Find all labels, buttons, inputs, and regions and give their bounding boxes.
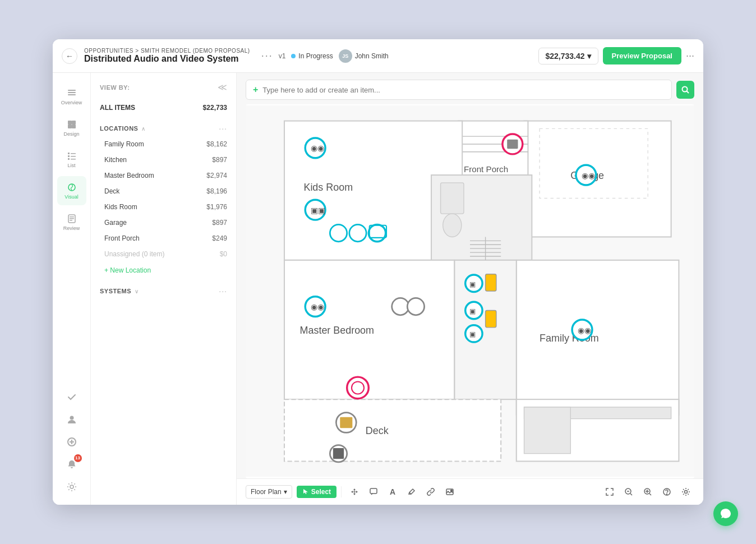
svg-rect-2 (68, 94, 76, 95)
svg-rect-77 (486, 274, 496, 291)
zoom-out-icon (624, 487, 633, 496)
chat-icon (720, 508, 732, 520)
comment-icon (369, 487, 378, 496)
svg-rect-82 (340, 417, 352, 428)
more-button[interactable]: ··· (261, 50, 273, 62)
svg-rect-11 (68, 158, 70, 160)
status-dot (291, 54, 296, 58)
select-button[interactable]: Select (297, 486, 336, 498)
svg-point-69 (392, 298, 409, 315)
search-bar[interactable]: + (246, 80, 672, 100)
search-input[interactable] (262, 86, 665, 94)
all-items-row[interactable]: ALL ITEMS $22,733 (91, 99, 236, 116)
locations-expand[interactable]: ∧ (141, 126, 145, 132)
location-name: Deck (104, 187, 119, 195)
sidebar-item-review[interactable]: Review (57, 208, 86, 237)
location-name: Kids Room (104, 203, 137, 211)
svg-text:◉◉: ◉◉ (582, 172, 595, 180)
svg-rect-1 (68, 92, 76, 93)
svg-rect-84 (333, 449, 344, 459)
svg-text:▣: ▣ (469, 280, 476, 288)
price-button[interactable]: $22,733.42 ▾ (538, 48, 598, 64)
image-tool-button[interactable] (441, 483, 458, 500)
list-label: List (67, 163, 75, 168)
collapse-button[interactable]: ≪ (218, 82, 227, 93)
svg-text:◉◉: ◉◉ (311, 303, 324, 312)
fullscreen-button[interactable] (601, 483, 618, 500)
bottom-toolbar: Floor Plan ▾ Select (237, 478, 703, 505)
svg-text:Master Bedroom: Master Bedroom (300, 325, 374, 336)
svg-text:Kids Room: Kids Room (303, 182, 353, 193)
link-tool-button[interactable] (422, 483, 439, 500)
systems-title: SYSTEMS (100, 288, 131, 294)
svg-rect-16 (70, 218, 74, 219)
header-actions: ··· v1 In Progress JS John Smith (261, 49, 389, 63)
chat-fab[interactable] (713, 501, 738, 526)
location-price: $0 (220, 250, 227, 258)
breadcrumb: OPPORTUNITIES > SMITH REMODEL (DEMO PROP… (84, 48, 250, 54)
search-button[interactable] (676, 81, 694, 99)
svg-rect-6 (72, 125, 76, 128)
location-item[interactable]: Family Room $8,162 (91, 136, 236, 152)
locations-title: LOCATIONS (100, 125, 138, 132)
svg-rect-64 (507, 140, 518, 149)
view-by-row: VIEW BY: ≪ (91, 82, 236, 99)
location-item[interactable]: Kitchen $897 (91, 152, 236, 168)
floor-plan-dropdown[interactable]: Floor Plan ▾ (246, 485, 292, 499)
location-item[interactable]: Master Bedroom $2,974 (91, 168, 236, 183)
svg-rect-10 (71, 156, 76, 157)
add-icon-btn[interactable] (63, 433, 81, 451)
check-icon-btn[interactable] (63, 388, 81, 406)
zoom-out-button[interactable] (620, 483, 637, 500)
comment-tool-button[interactable] (365, 483, 382, 500)
header-more-button[interactable]: ··· (686, 50, 694, 62)
visual-label: Visual (64, 194, 78, 200)
separator-1 (341, 486, 342, 497)
list-icon (66, 150, 77, 162)
text-tool-button[interactable]: A (384, 483, 401, 500)
svg-point-59 (330, 225, 347, 242)
draw-tool-button[interactable] (403, 483, 420, 500)
svg-point-70 (407, 298, 424, 315)
location-item[interactable]: Garage $897 (91, 215, 236, 230)
svg-text:◉◉: ◉◉ (578, 326, 591, 335)
svg-rect-78 (486, 311, 496, 328)
new-location-button[interactable]: + New Location (91, 262, 160, 279)
all-items-price: $22,733 (203, 104, 227, 112)
systems-more[interactable]: ··· (219, 287, 227, 296)
preview-proposal-button[interactable]: Preview Proposal (603, 47, 681, 64)
location-name: Family Room (104, 140, 144, 148)
sidebar-item-list[interactable]: List (57, 145, 86, 174)
bell-icon-btn[interactable]: 13 (63, 455, 81, 473)
overview-icon (66, 87, 77, 99)
svg-point-90 (451, 490, 453, 491)
settings-icon-btn[interactable] (63, 478, 81, 496)
user-icon-btn[interactable] (63, 411, 81, 428)
svg-rect-5 (68, 125, 72, 128)
user-badge: JS John Smith (339, 49, 389, 63)
svg-rect-87 (370, 488, 377, 494)
back-button[interactable]: ← (62, 48, 77, 64)
zoom-in-button[interactable] (639, 483, 656, 500)
svg-rect-4 (72, 121, 76, 125)
sidebar-item-design[interactable]: Design (57, 113, 86, 142)
settings-tool-button[interactable] (677, 483, 694, 500)
svg-rect-17 (70, 220, 72, 221)
location-item[interactable]: Kids Room $1,976 (91, 199, 236, 215)
location-item[interactable]: Unassigned (0 item) $0 (91, 246, 236, 262)
location-price: $8,196 (206, 187, 227, 195)
locations-more[interactable]: ··· (219, 124, 227, 133)
floor-plan-svg: Garage Front Porch Kids Room (246, 104, 694, 478)
page-title: Distributed Audio and Video System (84, 54, 250, 64)
image-icon (445, 487, 454, 496)
sidebar-item-overview[interactable]: Overview (57, 82, 86, 111)
help-button[interactable] (658, 483, 675, 500)
icon-sidebar: Overview Design (53, 73, 91, 504)
help-icon (662, 487, 671, 496)
sidebar-item-visual[interactable]: Visual (57, 176, 86, 205)
move-tool-button[interactable] (346, 483, 363, 500)
location-item[interactable]: Front Porch $249 (91, 230, 236, 246)
location-item[interactable]: Deck $8,196 (91, 183, 236, 199)
systems-expand[interactable]: ∨ (135, 288, 139, 294)
design-icon (66, 119, 77, 130)
